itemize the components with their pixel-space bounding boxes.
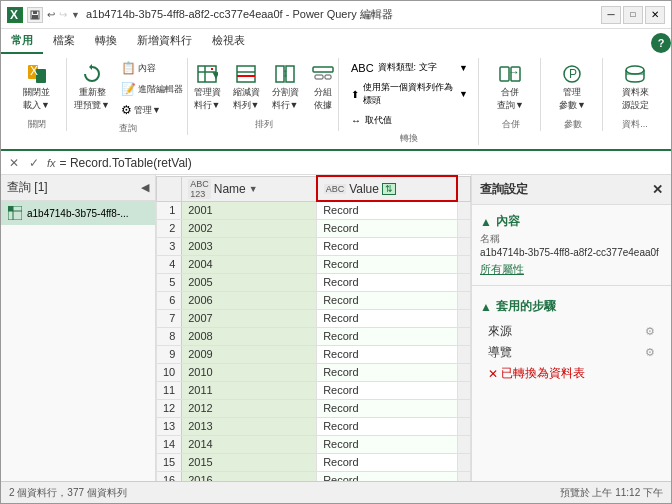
row-number: 5 [157, 273, 182, 291]
value-cell: Record [317, 291, 457, 309]
step-source-gear[interactable]: ⚙ [645, 325, 655, 338]
quick-access-undo[interactable]: ↩ [47, 9, 55, 20]
replace-value-button[interactable]: ↔ 取代值 [347, 111, 472, 130]
formula-input[interactable] [60, 156, 667, 170]
value-cell: Record [317, 273, 457, 291]
right-panel-header: 查詢設定 ✕ [472, 175, 671, 205]
status-preview-time: 預覽於 上午 11:12 下午 [560, 486, 663, 500]
manage-params-button[interactable]: P 管理參數▼ [554, 58, 591, 116]
svg-marker-8 [89, 64, 92, 70]
all-properties-link[interactable]: 所有屬性 [480, 262, 663, 277]
formula-confirm-button[interactable]: ✓ [25, 154, 43, 172]
tab-file[interactable]: 檔案 [43, 29, 85, 54]
query-table-icon [7, 205, 23, 221]
row-spacer [457, 435, 471, 453]
svg-rect-22 [325, 75, 331, 79]
right-panel: 查詢設定 ✕ ▲ 內容 名稱 a1b4714b-3b75-4ff8-a8f2-c… [471, 175, 671, 481]
maximize-button[interactable]: □ [623, 6, 643, 24]
datasource-group-content: 資料來源設定 [617, 58, 654, 116]
table-row: 6 2006 Record [157, 291, 471, 309]
step-nav-gear[interactable]: ⚙ [645, 346, 655, 359]
steps-title-label: 套用的步驟 [496, 298, 556, 315]
row-spacer [457, 201, 471, 219]
value-cell: Record [317, 309, 457, 327]
quick-access-save[interactable] [27, 7, 43, 23]
step-source[interactable]: 來源 ⚙ [480, 321, 663, 342]
data-grid-container: ABC123 Name ▼ ABC Value ⇅ [156, 175, 471, 481]
row-spacer [457, 291, 471, 309]
name-column-header[interactable]: ABC123 Name ▼ [182, 176, 317, 201]
transform-group-content: ABC 資料類型: 文字 ▼ ⬆ 使用第一個資料列作為標頭 ▼ ↔ 取代值 [347, 58, 472, 130]
scroll-spacer [457, 176, 471, 201]
value-cell: Record [317, 435, 457, 453]
properties-icon: 📋 [121, 61, 136, 75]
status-bar: 2 個資料行，377 個資料列 預覽於 上午 11:12 下午 [1, 481, 671, 503]
manage-button[interactable]: ⚙ 管理▼ [117, 100, 187, 120]
close-load-label: 關閉並載入▼ [23, 86, 50, 112]
name-cell: 2012 [182, 399, 317, 417]
value-cell: Record [317, 381, 457, 399]
steps-collapse-icon: ▲ [480, 300, 492, 314]
split-col-icon: ↕ [273, 62, 297, 86]
combine-button[interactable]: → 合併查詢▼ [492, 58, 529, 116]
split-col-button[interactable]: ↕ 分割資料行▼ [267, 58, 304, 116]
row-number: 3 [157, 237, 182, 255]
name-cell: 2007 [182, 309, 317, 327]
tab-add-column[interactable]: 新增資料行 [127, 29, 202, 54]
datatype-button[interactable]: ABC 資料類型: 文字 ▼ [347, 58, 472, 77]
minimize-button[interactable]: ─ [601, 6, 621, 24]
quick-access-redo[interactable]: ↪ [59, 9, 67, 20]
row-number: 14 [157, 435, 182, 453]
row-number: 12 [157, 399, 182, 417]
svg-point-28 [626, 66, 644, 74]
quick-access-dropdown[interactable]: ▼ [71, 10, 80, 20]
left-panel-toggle[interactable]: ◀ [141, 181, 149, 194]
first-row-header-button[interactable]: ⬆ 使用第一個資料列作為標頭 ▼ [347, 78, 472, 110]
value-cell: Record [317, 399, 457, 417]
datatype-dropdown-icon: ▼ [459, 63, 468, 73]
name-type-icon: ABC123 [188, 179, 211, 199]
table-row: 10 2010 Record [157, 363, 471, 381]
first-row-header-label: 使用第一個資料列作為標頭 [363, 81, 457, 107]
close-load-button[interactable]: X 關閉並載入▼ [18, 58, 55, 116]
replace-value-label: 取代值 [365, 114, 392, 127]
grid-body: 1 2001 Record 2 2002 Record 3 2003 Recor… [157, 201, 471, 481]
datasource-settings-button[interactable]: 資料來源設定 [617, 58, 654, 116]
ribbon-group-query: 重新整理預覽▼ 📋 內容 📝 進階編輯器 ⚙ 管理▼ [69, 58, 188, 135]
manage-cols-button[interactable]: ▼ 管理資料行▼ [189, 58, 226, 116]
steps-title[interactable]: ▲ 套用的步驟 [480, 294, 663, 317]
reduce-rows-button[interactable]: 縮減資料列▼ [228, 58, 265, 116]
step-nav[interactable]: 導覽 ⚙ [480, 342, 663, 363]
value-cell: Record [317, 363, 457, 381]
name-filter-icon[interactable]: ▼ [249, 184, 258, 194]
formula-bar-buttons: ✕ ✓ [5, 154, 43, 172]
tab-view[interactable]: 檢視表 [202, 29, 255, 54]
query-item[interactable]: a1b4714b-3b75-4ff8-... [1, 201, 155, 225]
name-col-header-content: ABC123 Name ▼ [188, 179, 309, 199]
step-convert[interactable]: ✕ 已轉換為資料表 [480, 363, 663, 384]
advanced-editor-button[interactable]: 📝 進階編輯器 [117, 79, 187, 99]
right-panel-close-icon[interactable]: ✕ [652, 182, 663, 197]
name-cell: 2003 [182, 237, 317, 255]
tab-home[interactable]: 常用 [1, 29, 43, 54]
reduce-rows-label: 縮減資料列▼ [233, 86, 260, 112]
ribbon-group-transform: ABC 資料類型: 文字 ▼ ⬆ 使用第一個資料列作為標頭 ▼ ↔ 取代值 轉換 [341, 58, 479, 145]
close-button[interactable]: ✕ [645, 6, 665, 24]
properties-button[interactable]: 📋 內容 [117, 58, 187, 78]
value-column-header[interactable]: ABC Value ⇅ [317, 176, 457, 201]
refresh-button[interactable]: 重新整理預覽▼ [69, 58, 115, 116]
grid-scroll-area[interactable]: ABC123 Name ▼ ABC Value ⇅ [156, 175, 471, 481]
properties-title[interactable]: ▲ 內容 [480, 209, 663, 232]
step-convert-error-icon: ✕ [488, 367, 498, 381]
svg-rect-21 [315, 75, 323, 79]
value-filter-icon[interactable]: ⇅ [382, 183, 396, 195]
manage-label: 管理▼ [134, 104, 161, 117]
refresh-label: 重新整理預覽▼ [74, 86, 110, 112]
group-by-button[interactable]: 分組依據 [306, 58, 340, 116]
help-button[interactable]: ? [651, 33, 671, 53]
row-spacer [457, 399, 471, 417]
tab-transform[interactable]: 轉換 [85, 29, 127, 54]
value-cell: Record [317, 471, 457, 481]
formula-delete-button[interactable]: ✕ [5, 154, 23, 172]
table-row: 3 2003 Record [157, 237, 471, 255]
